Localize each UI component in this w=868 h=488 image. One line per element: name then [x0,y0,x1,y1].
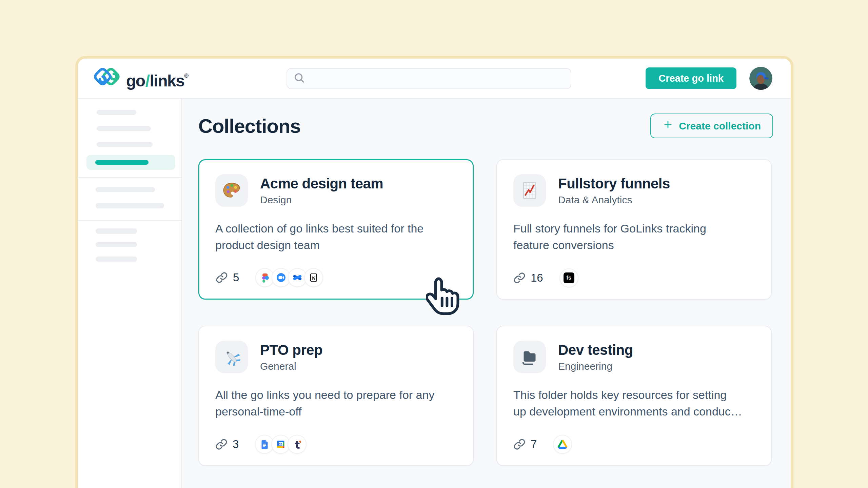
skeleton-bar [96,187,155,192]
card-description: This folder holds key resources for sett… [513,387,751,420]
app-chips: fs [559,268,578,287]
app-chips: 31 [255,435,307,454]
create-collection-button[interactable]: Create collection [650,114,773,138]
create-go-link-button[interactable]: Create go link [646,67,736,89]
card-title: PTO prep [260,342,322,358]
card-description: Full story funnels for GoLinks tracking … [513,220,751,254]
skeleton-bar [96,257,137,262]
search-input[interactable] [310,73,565,84]
main-content: Collections Create collection [182,99,791,488]
card-title: Fullstory funnels [558,176,670,192]
card-title: Dev testing [558,342,633,358]
card-category: General [260,361,322,372]
palette-emoji [215,174,248,207]
card-description: All the go links you need to prepare for… [215,387,453,420]
card-description: A collection of go links best suited for… [215,220,453,254]
page-title: Collections [198,115,301,137]
logo-wordmark: go/links® [126,65,188,92]
link-count: 3 [215,438,239,451]
chart-increasing-emoji [513,174,546,207]
card-category: Data & Analytics [558,194,670,206]
user-avatar[interactable] [749,67,772,90]
svg-text:N: N [312,276,316,281]
collections-grid: Acme design team Design A collection of … [198,159,773,466]
skeleton-bar [96,203,164,208]
app-header: go/links® Create go link [78,59,791,99]
header-right-group: Create go link [646,67,772,90]
svg-text:31: 31 [279,443,283,447]
skeleton-bar [97,110,136,115]
link-count: 5 [216,271,239,284]
link-icon [513,438,526,450]
link-icon [513,272,526,284]
link-count: 7 [513,438,537,451]
notion-icon: N [304,268,323,287]
collection-card-acme-design-team[interactable]: Acme design team Design A collection of … [198,159,474,300]
search-bar [287,68,571,89]
collection-card-pto-prep[interactable]: PTO prep General All the go links you ne… [198,326,474,466]
skeleton-bar [96,228,137,234]
app-window: go/links® Create go link [75,56,793,488]
registered-trademark: ® [184,73,188,79]
app-chips: N [255,268,323,287]
sidebar-item-active[interactable] [86,155,175,170]
golinks-chain-icon [93,66,121,89]
golinks-logo[interactable]: go/links® [93,65,188,92]
plus-icon [663,119,673,133]
search-icon [293,72,305,85]
active-item-bar [95,160,149,165]
card-category: Engineering [558,361,633,372]
link-count: 16 [513,271,543,284]
t-logo-icon [288,435,307,454]
card-category: Design [260,194,383,206]
link-icon [215,438,228,450]
skeleton-bar [97,126,151,131]
skeleton-bar [96,242,137,247]
sidebar-divider [78,177,181,178]
collection-card-fullstory-funnels[interactable]: Fullstory funnels Data & Analytics Full … [496,159,772,300]
airplane-emoji [215,341,248,373]
fullstory-icon: fs [559,268,578,287]
sidebar-nav [78,99,182,488]
collection-card-dev-testing[interactable]: Dev testing Engineering This folder hold… [496,326,772,466]
app-chips [553,435,572,454]
link-icon [216,271,228,284]
sidebar-divider [78,220,181,221]
folder-icon [513,341,546,373]
skeleton-bar [97,142,153,147]
google-drive-icon [553,435,572,454]
card-title: Acme design team [260,176,383,192]
